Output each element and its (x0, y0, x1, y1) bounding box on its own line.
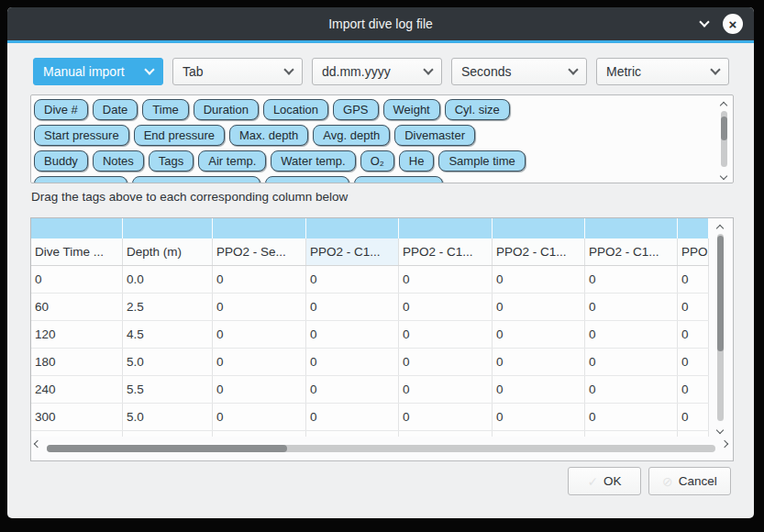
dialog-buttons: ✓ OK ⊘ Cancel (568, 467, 731, 495)
tag-he[interactable]: He (399, 150, 435, 172)
tag-weight[interactable]: Weight (383, 99, 440, 120)
column-header[interactable]: Depth (m) (123, 238, 213, 265)
scroll-down-icon[interactable] (716, 427, 724, 434)
scrollbar-thumb[interactable] (721, 116, 727, 140)
tag-sample-po-[interactable]: Sample pO₂ (265, 176, 349, 183)
scrollbar-track[interactable] (717, 234, 724, 421)
scroll-up-icon[interactable] (716, 225, 724, 232)
table-cell: 0 (493, 404, 585, 430)
tag-end-pressure[interactable]: End pressure (134, 125, 225, 146)
tag-air-temp-[interactable]: Air temp. (198, 150, 266, 172)
chevron-down-icon (144, 64, 154, 74)
tag-water-temp-[interactable]: Water temp. (271, 150, 355, 172)
tag-drop-target[interactable] (493, 218, 585, 238)
table-cell: 120 (31, 321, 123, 348)
scrollbar-thumb[interactable] (47, 445, 287, 452)
time-format-select[interactable]: Seconds (451, 58, 587, 85)
units-select[interactable]: Metric (596, 58, 729, 85)
tag-divemaster[interactable]: Divemaster (394, 125, 475, 146)
table-cell: 0 (493, 376, 585, 403)
drag-instruction-text: Drag the tags above to each correspondin… (31, 190, 348, 204)
import-type-select[interactable]: Manual import (33, 58, 163, 85)
combo-label: dd.mm.yyyy (322, 64, 391, 79)
scroll-down-icon[interactable] (720, 172, 727, 180)
table-cell: 0 (399, 376, 493, 403)
ok-button[interactable]: ✓ OK (568, 467, 641, 495)
tag-start-pressure[interactable]: Start pressure (34, 125, 129, 146)
chevron-down-icon (568, 64, 578, 74)
table-cell: 0 (306, 404, 399, 430)
tag-buddy[interactable]: Buddy (34, 150, 88, 172)
date-format-select[interactable]: dd.mm.yyyy (312, 58, 442, 85)
column-header[interactable]: PPO2 - C1... (585, 238, 678, 265)
table-cell: 0 (493, 321, 585, 348)
table-cell: 0 (306, 266, 399, 293)
table-cell: 0 (493, 349, 585, 375)
table-cell: 0 (493, 294, 585, 320)
scrollbar-track[interactable] (47, 445, 715, 452)
table-vertical-scrollbar[interactable] (709, 218, 733, 437)
tag-duration[interactable]: Duration (194, 99, 259, 120)
column-header[interactable]: PPO2 - Se... (213, 238, 306, 265)
tag-tags[interactable]: Tags (149, 150, 194, 172)
field-separator-select[interactable]: Tab (172, 58, 303, 85)
tag-row: Start pressureEnd pressureMax. depthAvg.… (34, 125, 711, 146)
chevron-down-icon (710, 64, 720, 74)
tag-drop-target[interactable] (399, 218, 493, 238)
tag-row: Dive #DateTimeDurationLocationGPSWeightC… (34, 99, 711, 120)
column-header[interactable]: PPO2 - C1... (399, 238, 493, 265)
scroll-left-icon[interactable] (34, 440, 41, 448)
column-header[interactable]: Dive Time ... (31, 238, 123, 265)
column-header[interactable]: PPO2 - C1... (306, 238, 399, 265)
cancel-label: Cancel (679, 474, 717, 488)
shade-chevron-down-icon[interactable] (699, 17, 709, 27)
tag-drop-target[interactable] (306, 218, 399, 238)
tag-drop-row (31, 218, 709, 238)
tag-date[interactable]: Date (93, 99, 138, 120)
table-horizontal-scrollbar[interactable] (31, 437, 733, 460)
tag-sample-temperature[interactable]: Sample temperature (132, 176, 260, 183)
table-cell: 0 (213, 404, 306, 430)
table-cell: 0 (678, 376, 709, 403)
column-header[interactable]: PPO2 - C1... (493, 238, 585, 265)
tag-drop-target[interactable] (585, 218, 678, 238)
scrollbar-track[interactable] (721, 111, 727, 167)
table-cell: 0 (678, 266, 709, 293)
tag-dive-[interactable]: Dive # (34, 99, 88, 120)
table-row: 00.0000000 (31, 266, 709, 294)
tag-location[interactable]: Location (263, 99, 328, 120)
table-cell: 0 (678, 321, 709, 348)
cancel-button[interactable]: ⊘ Cancel (648, 467, 731, 495)
tag-drop-target[interactable] (678, 218, 709, 238)
tag-avg-depth[interactable]: Avg. depth (313, 125, 390, 146)
ok-label: OK (603, 474, 622, 488)
column-header[interactable]: PPO2 (678, 238, 709, 265)
scroll-right-icon[interactable] (721, 440, 728, 448)
tag-max-depth[interactable]: Max. depth (229, 125, 308, 146)
tag-notes[interactable]: Notes (93, 150, 144, 172)
tag-panel-scrollbar[interactable] (717, 97, 732, 181)
scroll-up-icon[interactable] (720, 102, 727, 109)
scrollbar-thumb[interactable] (717, 236, 724, 351)
window-title: Import dive log file (328, 17, 433, 31)
tag-o-[interactable]: O₂ (360, 150, 394, 172)
tag-sample-time[interactable]: Sample time (438, 150, 525, 172)
table-row: 2405.5000000 (31, 376, 709, 404)
tag-gps[interactable]: GPS (333, 99, 378, 120)
tag-drop-target[interactable] (31, 218, 123, 238)
tag-sample-depth[interactable]: Sample depth (34, 176, 127, 183)
table-cell: 0 (213, 294, 306, 320)
close-button[interactable]: × (723, 14, 743, 34)
accent-line (7, 40, 754, 43)
table-cell: 4.5 (123, 321, 213, 348)
tag-drop-target[interactable] (213, 218, 306, 238)
tag-cyl-size[interactable]: Cyl. size (445, 99, 510, 120)
tag-time[interactable]: Time (142, 99, 188, 120)
titlebar[interactable]: Import dive log file × (7, 7, 754, 40)
table-cell: 0 (585, 349, 678, 375)
check-icon: ✓ (587, 474, 598, 489)
tag-drop-target[interactable] (123, 218, 213, 238)
tag-sample-cns[interactable]: Sample CNS (354, 176, 443, 183)
table-cell: 60 (31, 294, 123, 320)
table-cell: 0 (213, 349, 306, 375)
